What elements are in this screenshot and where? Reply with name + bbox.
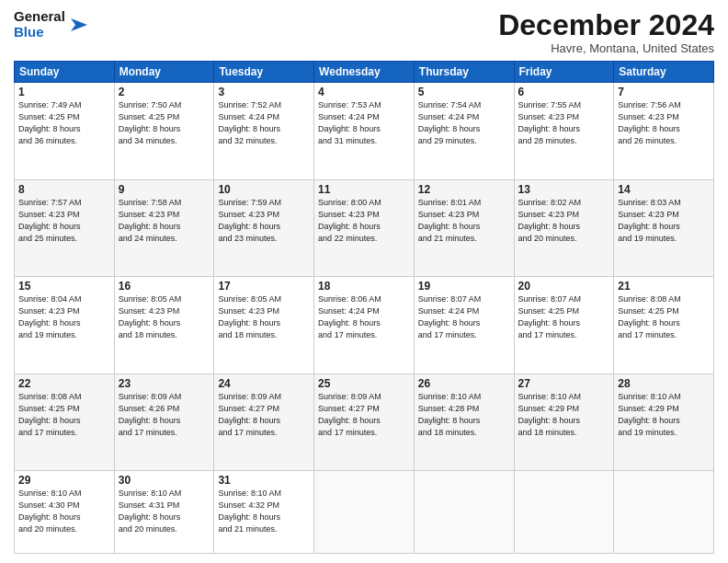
calendar-cell: 11Sunrise: 8:00 AM Sunset: 4:23 PM Dayli… (314, 179, 415, 276)
col-header-friday: Friday (514, 62, 614, 83)
calendar-cell: 13Sunrise: 8:02 AM Sunset: 4:23 PM Dayli… (514, 179, 614, 276)
calendar-cell: 15Sunrise: 8:04 AM Sunset: 4:23 PM Dayli… (15, 277, 115, 373)
day-number: 9 (119, 183, 210, 196)
calendar-cell: 9Sunrise: 7:58 AM Sunset: 4:23 PM Daylig… (114, 179, 214, 276)
calendar-cell: 14Sunrise: 8:03 AM Sunset: 4:23 PM Dayli… (614, 179, 714, 276)
svg-marker-0 (71, 18, 87, 31)
calendar-cell: 31Sunrise: 8:10 AM Sunset: 4:32 PM Dayli… (214, 471, 314, 554)
logo-blue: Blue (14, 25, 65, 40)
calendar-cell: 28Sunrise: 8:10 AM Sunset: 4:29 PM Dayli… (614, 373, 714, 470)
day-number: 23 (119, 377, 210, 390)
calendar-cell: 16Sunrise: 8:05 AM Sunset: 4:23 PM Dayli… (114, 277, 214, 373)
cell-info: Sunrise: 8:06 AM Sunset: 4:24 PM Dayligh… (318, 293, 410, 341)
calendar-cell: 4Sunrise: 7:53 AM Sunset: 4:24 PM Daylig… (314, 83, 415, 179)
day-number: 28 (618, 377, 710, 390)
cell-info: Sunrise: 8:10 AM Sunset: 4:32 PM Dayligh… (218, 488, 310, 535)
calendar-cell (414, 471, 514, 554)
col-header-tuesday: Tuesday (214, 62, 314, 83)
cell-info: Sunrise: 8:10 AM Sunset: 4:30 PM Dayligh… (18, 488, 110, 535)
day-number: 13 (518, 183, 610, 196)
cell-info: Sunrise: 8:09 AM Sunset: 4:27 PM Dayligh… (218, 391, 310, 439)
cell-info: Sunrise: 8:07 AM Sunset: 4:24 PM Dayligh… (418, 293, 510, 341)
cell-info: Sunrise: 8:03 AM Sunset: 4:23 PM Dayligh… (618, 197, 710, 245)
cell-info: Sunrise: 7:52 AM Sunset: 4:24 PM Dayligh… (218, 99, 310, 147)
day-number: 30 (119, 474, 210, 487)
calendar-cell (614, 471, 714, 554)
cell-info: Sunrise: 8:08 AM Sunset: 4:25 PM Dayligh… (18, 391, 110, 439)
day-number: 19 (418, 280, 510, 293)
calendar-cell (514, 471, 614, 554)
location: Havre, Montana, United States (498, 41, 714, 55)
day-number: 3 (218, 86, 310, 98)
day-number: 7 (618, 86, 710, 98)
day-number: 10 (218, 183, 310, 196)
logo-arrow-icon (67, 15, 87, 35)
col-header-saturday: Saturday (614, 62, 714, 83)
logo-general: General (14, 9, 65, 25)
calendar-cell: 24Sunrise: 8:09 AM Sunset: 4:27 PM Dayli… (214, 373, 314, 470)
calendar-cell: 29Sunrise: 8:10 AM Sunset: 4:30 PM Dayli… (15, 471, 115, 554)
day-number: 5 (418, 86, 510, 98)
cell-info: Sunrise: 7:58 AM Sunset: 4:23 PM Dayligh… (119, 197, 210, 245)
cell-info: Sunrise: 8:05 AM Sunset: 4:23 PM Dayligh… (218, 293, 310, 341)
calendar-cell: 30Sunrise: 8:10 AM Sunset: 4:31 PM Dayli… (114, 471, 214, 554)
cell-info: Sunrise: 8:10 AM Sunset: 4:29 PM Dayligh… (518, 391, 610, 439)
calendar-cell: 17Sunrise: 8:05 AM Sunset: 4:23 PM Dayli… (214, 277, 314, 373)
calendar-cell: 18Sunrise: 8:06 AM Sunset: 4:24 PM Dayli… (314, 277, 415, 373)
cell-info: Sunrise: 7:57 AM Sunset: 4:23 PM Dayligh… (18, 197, 110, 245)
calendar-cell: 19Sunrise: 8:07 AM Sunset: 4:24 PM Dayli… (414, 277, 514, 373)
calendar-cell: 8Sunrise: 7:57 AM Sunset: 4:23 PM Daylig… (15, 179, 115, 276)
calendar-table: SundayMondayTuesdayWednesdayThursdayFrid… (14, 61, 714, 554)
calendar-cell: 5Sunrise: 7:54 AM Sunset: 4:24 PM Daylig… (414, 83, 514, 179)
logo: General Blue (14, 9, 87, 40)
day-number: 17 (218, 280, 310, 293)
cell-info: Sunrise: 8:10 AM Sunset: 4:31 PM Dayligh… (119, 488, 210, 535)
cell-info: Sunrise: 7:59 AM Sunset: 4:23 PM Dayligh… (218, 197, 310, 245)
day-number: 18 (318, 280, 410, 293)
day-number: 21 (618, 280, 710, 293)
title-area: December 2024 Havre, Montana, United Sta… (498, 9, 714, 55)
day-number: 14 (618, 183, 710, 196)
day-number: 6 (518, 86, 610, 98)
cell-info: Sunrise: 8:10 AM Sunset: 4:28 PM Dayligh… (418, 391, 510, 439)
day-number: 8 (18, 183, 110, 196)
day-number: 2 (119, 86, 210, 98)
day-number: 26 (418, 377, 510, 390)
calendar-cell: 12Sunrise: 8:01 AM Sunset: 4:23 PM Dayli… (414, 179, 514, 276)
day-number: 31 (218, 474, 310, 487)
day-number: 16 (119, 280, 210, 293)
calendar-cell: 1Sunrise: 7:49 AM Sunset: 4:25 PM Daylig… (15, 83, 115, 179)
day-number: 1 (18, 86, 110, 98)
calendar-cell: 2Sunrise: 7:50 AM Sunset: 4:25 PM Daylig… (114, 83, 214, 179)
day-number: 15 (18, 280, 110, 293)
day-number: 4 (318, 86, 410, 98)
calendar-cell: 26Sunrise: 8:10 AM Sunset: 4:28 PM Dayli… (414, 373, 514, 470)
day-number: 11 (318, 183, 410, 196)
cell-info: Sunrise: 8:07 AM Sunset: 4:25 PM Dayligh… (518, 293, 610, 341)
cell-info: Sunrise: 7:53 AM Sunset: 4:24 PM Dayligh… (318, 99, 410, 147)
calendar-cell: 21Sunrise: 8:08 AM Sunset: 4:25 PM Dayli… (614, 277, 714, 373)
cell-info: Sunrise: 8:04 AM Sunset: 4:23 PM Dayligh… (18, 293, 110, 341)
cell-info: Sunrise: 8:02 AM Sunset: 4:23 PM Dayligh… (518, 197, 610, 245)
header: General Blue December 2024 Havre, Montan… (14, 9, 714, 55)
calendar-cell: 25Sunrise: 8:09 AM Sunset: 4:27 PM Dayli… (314, 373, 415, 470)
page: General Blue December 2024 Havre, Montan… (0, 0, 728, 563)
calendar-cell: 10Sunrise: 7:59 AM Sunset: 4:23 PM Dayli… (214, 179, 314, 276)
col-header-monday: Monday (114, 62, 214, 83)
cell-info: Sunrise: 8:09 AM Sunset: 4:27 PM Dayligh… (318, 391, 410, 439)
calendar-cell: 27Sunrise: 8:10 AM Sunset: 4:29 PM Dayli… (514, 373, 614, 470)
calendar-cell: 7Sunrise: 7:56 AM Sunset: 4:23 PM Daylig… (614, 83, 714, 179)
calendar-cell: 20Sunrise: 8:07 AM Sunset: 4:25 PM Dayli… (514, 277, 614, 373)
cell-info: Sunrise: 7:50 AM Sunset: 4:25 PM Dayligh… (119, 99, 210, 147)
day-number: 27 (518, 377, 610, 390)
month-title: December 2024 (498, 9, 714, 41)
day-number: 22 (18, 377, 110, 390)
cell-info: Sunrise: 7:56 AM Sunset: 4:23 PM Dayligh… (618, 99, 710, 147)
calendar-header-row: SundayMondayTuesdayWednesdayThursdayFrid… (15, 62, 714, 83)
calendar-cell (314, 471, 415, 554)
calendar-cell: 23Sunrise: 8:09 AM Sunset: 4:26 PM Dayli… (114, 373, 214, 470)
cell-info: Sunrise: 8:08 AM Sunset: 4:25 PM Dayligh… (618, 293, 710, 341)
day-number: 24 (218, 377, 310, 390)
day-number: 20 (518, 280, 610, 293)
calendar-cell: 22Sunrise: 8:08 AM Sunset: 4:25 PM Dayli… (15, 373, 115, 470)
